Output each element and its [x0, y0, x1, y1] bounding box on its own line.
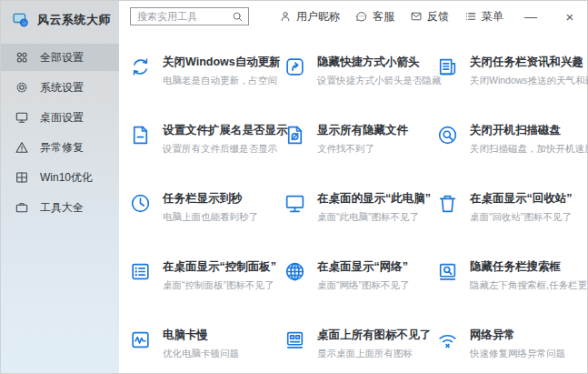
tool-card-title: 在桌面显示“控制面板”: [163, 260, 276, 275]
sidebar-item-label: 系统设置: [40, 80, 84, 96]
tool-card-title: 在桌面的显示“此电脑”: [317, 192, 431, 207]
tool-card-hide-shortcut-arrows[interactable]: 隐藏快捷方式小箭头 设置快捷方式小箭头是否隐藏: [283, 45, 435, 113]
hidden-file-icon: [283, 124, 307, 181]
chat-bubble-icon: [355, 10, 368, 23]
trash-icon: [435, 192, 460, 249]
window-grid-icon: [15, 170, 29, 185]
topbar: 用户昵称 客服 反馈 菜单 — ×: [119, 1, 587, 32]
user-button[interactable]: 用户昵称: [279, 9, 340, 25]
tool-card-disable-news-interests[interactable]: 关闭任务栏资讯和兴趣 关闭Windows推送的天气和新闻: [435, 45, 588, 113]
file-extension-icon: [128, 124, 153, 181]
tool-card-slow-pc[interactable]: 电脑卡慢 优化电脑卡顿问题: [128, 318, 283, 374]
tool-card-network-error[interactable]: 网络异常 快速修复网络异常问题: [435, 318, 588, 374]
news-icon: [435, 56, 460, 113]
tool-card-title: 在桌面显示“网络”: [317, 260, 410, 275]
warning-triangle-icon: [15, 140, 29, 155]
user-label: 用户昵称: [296, 9, 340, 25]
tool-card-subtitle: 桌面“回收站”图标不见了: [470, 211, 573, 224]
tool-card-title: 任务栏显示到秒: [163, 192, 258, 207]
sidebar-item-label: 桌面设置: [40, 110, 84, 126]
list-menu-icon: [464, 10, 477, 23]
tool-card-subtitle: 关闭Windows推送的天气和新闻: [470, 75, 588, 87]
support-button[interactable]: 客服: [355, 9, 394, 25]
pulse-icon: [128, 329, 153, 374]
tool-card-subtitle: 隐藏左下角搜索框,任务栏更清爽: [470, 279, 588, 292]
grid-circles-icon: [15, 50, 29, 65]
app-window: 风云系统大师 全部设置 系统设置 桌面设置: [0, 0, 588, 374]
tool-card-subtitle: 电脑上面也能看到秒了: [163, 211, 258, 224]
app-logo-row: 风云系统大师: [1, 1, 119, 29]
tool-card-subtitle: 快速修复网络异常问题: [470, 348, 565, 360]
tool-card-disable-disk-scan[interactable]: 关闭开机扫描磁盘 关闭扫描磁盘，加快开机速度: [435, 113, 588, 181]
tool-card-subtitle: 文件找不到了: [317, 143, 408, 156]
sidebar: 风云系统大师 全部设置 系统设置 桌面设置: [1, 1, 119, 373]
user-icon: [279, 10, 292, 23]
tool-card-show-network[interactable]: 在桌面显示“网络” 桌面“网络”图标不见了: [283, 249, 435, 318]
disk-scan-icon: [435, 124, 460, 181]
tool-card-subtitle: 显示桌面上面所有图标: [317, 348, 431, 360]
sidebar-item-all-settings[interactable]: 全部设置: [1, 44, 119, 71]
tool-card-subtitle: 桌面“网络”图标不见了: [317, 279, 410, 292]
tool-card-grid: 关闭Windows自动更新 电脑老是自动更新，占空间 隐藏快捷方式小箭头 设置快…: [128, 45, 588, 374]
gear-icon: [15, 80, 29, 95]
search-box[interactable]: [130, 7, 249, 25]
tool-card-show-recycle-bin[interactable]: 在桌面显示“回收站” 桌面“回收站”图标不见了: [435, 181, 588, 249]
app-logo-icon: [12, 11, 30, 29]
tool-card-show-this-pc[interactable]: 在桌面的显示“此电脑” 桌面“此电脑”图标不见了: [283, 181, 435, 249]
menu-label: 菜单: [482, 9, 503, 25]
monitor-icon: [15, 110, 29, 125]
sidebar-item-error-repair[interactable]: 异常修复: [1, 134, 119, 161]
sidebar-item-win10-optimize[interactable]: Win10优化: [1, 164, 119, 191]
sidebar-item-label: Win10优化: [40, 170, 93, 186]
tool-card-title: 显示所有隐藏文件: [317, 124, 408, 138]
tool-card-subtitle: 桌面“控制面板”图标不见了: [163, 279, 276, 292]
feedback-button[interactable]: 反馈: [410, 9, 449, 25]
tool-card-title: 关闭任务栏资讯和兴趣: [470, 56, 588, 70]
tool-card-hide-taskbar-search[interactable]: 隐藏任务栏搜索框 隐藏左下角搜索框,任务栏更清爽: [435, 249, 588, 318]
sidebar-item-tools[interactable]: 工具大全: [1, 194, 119, 221]
shortcut-arrow-icon: [283, 56, 307, 113]
tool-card-subtitle: 设置快捷方式小箭头是否隐藏: [317, 75, 442, 87]
tool-card-subtitle: 设置所有文件后缀是否显示: [163, 143, 288, 156]
globe-icon: [283, 260, 307, 318]
tool-card-title: 网络异常: [470, 329, 565, 343]
sidebar-item-label: 异常修复: [40, 140, 84, 156]
menu-button[interactable]: 菜单: [464, 9, 503, 25]
tool-card-show-control-panel[interactable]: 在桌面显示“控制面板” 桌面“控制面板”图标不见了: [128, 249, 283, 318]
sidebar-nav: 全部设置 系统设置 桌面设置 异常修复: [1, 44, 119, 221]
tool-card-taskbar-seconds[interactable]: 任务栏显示到秒 电脑上面也能看到秒了: [128, 181, 283, 249]
tool-card-file-extensions[interactable]: 设置文件扩展名是否显示 设置所有文件后缀是否显示: [128, 113, 283, 181]
tool-card-title: 关闭开机扫描磁盘: [470, 124, 588, 138]
mail-icon: [410, 10, 423, 23]
tool-card-subtitle: 电脑老是自动更新，占空间: [163, 75, 281, 87]
tool-card-show-hidden-files[interactable]: 显示所有隐藏文件 文件找不到了: [283, 113, 435, 181]
tool-card-show-all-desktop-icons[interactable]: 桌面上所有图标不见了 显示桌面上面所有图标: [283, 318, 435, 374]
sidebar-item-label: 全部设置: [40, 50, 84, 66]
tool-card-title: 在桌面显示“回收站”: [470, 192, 573, 207]
sidebar-item-desktop-settings[interactable]: 桌面设置: [1, 104, 119, 131]
sidebar-item-label: 工具大全: [40, 200, 84, 216]
topbar-actions: 用户昵称 客服 反馈 菜单 — ×: [279, 1, 582, 32]
search-box-icon: [435, 260, 460, 318]
search-icon[interactable]: [232, 11, 244, 23]
wifi-error-icon: [435, 329, 460, 374]
desktop-icons-icon: [283, 329, 307, 374]
minimize-button[interactable]: —: [519, 5, 543, 28]
sidebar-item-system-settings[interactable]: 系统设置: [1, 74, 119, 101]
tool-card-title: 桌面上所有图标不见了: [317, 329, 431, 343]
tool-card-title: 设置文件扩展名是否显示: [163, 124, 288, 138]
support-label: 客服: [373, 9, 394, 25]
tool-card-subtitle: 桌面“此电脑”图标不见了: [317, 211, 431, 224]
tool-card-subtitle: 优化电脑卡顿问题: [163, 348, 239, 360]
close-button[interactable]: ×: [558, 5, 582, 28]
app-title: 风云系统大师: [37, 12, 111, 28]
briefcase-icon: [15, 200, 29, 215]
feedback-label: 反馈: [427, 9, 449, 25]
search-input[interactable]: [137, 11, 232, 22]
refresh-icon: [128, 56, 153, 113]
clock-icon: [128, 192, 153, 249]
tool-card-subtitle: 关闭扫描磁盘，加快开机速度: [470, 143, 588, 156]
tool-card-title: 隐藏快捷方式小箭头: [317, 56, 442, 70]
tool-card-title: 电脑卡慢: [163, 329, 239, 343]
tool-card-disable-windows-update[interactable]: 关闭Windows自动更新 电脑老是自动更新，占空间: [128, 45, 283, 113]
